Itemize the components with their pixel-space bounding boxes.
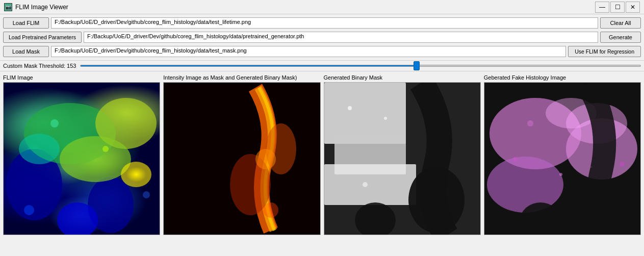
svg-point-25: [384, 117, 387, 120]
title-bar: 📷 FLIM Image Viewer — ☐ ✕: [0, 0, 644, 14]
flim-label: FLIM Image: [3, 74, 160, 81]
pretrained-path-display: F:/Backup/UoE/D_driver/Dev/github/coreg_…: [84, 32, 598, 43]
clear-all-button[interactable]: Clear All: [600, 17, 641, 29]
threshold-label: Custom Mask Threshold: 153: [3, 63, 76, 69]
window-title: FLIM Image Viewer: [15, 4, 68, 11]
title-bar-left: 📷 FLIM Image Viewer: [4, 3, 68, 11]
threshold-slider-fill: [81, 65, 417, 66]
flim-path-display: F:/Backup/UoE/D_driver/Dev/github/coreg_…: [51, 17, 598, 29]
histology-label: Geberated Fake Histology Image: [484, 74, 641, 81]
threshold-slider-container: [80, 65, 641, 67]
flim-panel: FLIM Image: [3, 74, 160, 235]
svg-point-9: [50, 119, 59, 127]
svg-point-16: [255, 149, 276, 169]
threshold-slider-track: [80, 65, 641, 67]
load-pretrained-row: Load Pretrained Parameters F:/Backup/UoE…: [3, 31, 641, 44]
svg-point-10: [102, 146, 109, 152]
threshold-row: Custom Mask Threshold: 153: [0, 61, 644, 71]
svg-point-6: [60, 136, 131, 182]
histology-panel: Geberated Fake Histology Image: [484, 74, 641, 235]
images-area: FLIM Image: [0, 71, 644, 238]
histology-canvas: [484, 82, 641, 235]
load-flim-row: Load FLIM F:/Backup/UoE/D_driver/Dev/git…: [3, 16, 641, 30]
svg-point-30: [487, 157, 563, 213]
intensity-canvas: [163, 82, 320, 235]
load-mask-button[interactable]: Load Mask: [3, 46, 49, 57]
svg-point-12: [143, 191, 150, 198]
svg-point-8: [121, 162, 151, 187]
svg-point-37: [620, 162, 625, 167]
svg-point-26: [363, 182, 368, 187]
binary-panel: Generated Binary Mask: [324, 74, 481, 235]
title-bar-controls: — ☐ ✕: [595, 2, 640, 13]
load-mask-row: Load Mask F:/Backup/UoE/D_driver/Dev/git…: [3, 45, 641, 58]
load-pretrained-button[interactable]: Load Pretrained Parameters: [3, 32, 82, 43]
svg-rect-21: [324, 164, 416, 205]
generate-button[interactable]: Generate: [600, 32, 641, 43]
close-button[interactable]: ✕: [626, 2, 640, 13]
maximize-button[interactable]: ☐: [610, 2, 625, 13]
intensity-label: Intensity Image as Mask and Generated Bi…: [163, 74, 320, 81]
svg-point-38: [527, 120, 533, 126]
flim-canvas: [3, 82, 160, 235]
toolbar: Load FLIM F:/Backup/UoE/D_driver/Dev/git…: [0, 14, 644, 61]
intensity-panel: Intensity Image as Mask and Generated Bi…: [163, 74, 320, 235]
threshold-slider-thumb[interactable]: [414, 61, 420, 70]
load-flim-button[interactable]: Load FLIM: [3, 17, 49, 29]
svg-point-35: [513, 157, 517, 161]
mask-path-display: F:/Backup/UoE/D_driver/Dev/github/coreg_…: [51, 46, 566, 57]
app-icon: 📷: [4, 3, 12, 11]
svg-point-24: [348, 106, 352, 110]
minimize-button[interactable]: —: [595, 2, 609, 13]
binary-label: Generated Binary Mask: [324, 74, 481, 81]
svg-point-7: [19, 134, 60, 164]
svg-point-17: [263, 202, 278, 218]
binary-canvas: [324, 82, 481, 235]
use-flim-button[interactable]: Use FLIM for Regression: [568, 46, 641, 57]
svg-point-11: [24, 205, 34, 215]
svg-point-36: [559, 173, 562, 176]
